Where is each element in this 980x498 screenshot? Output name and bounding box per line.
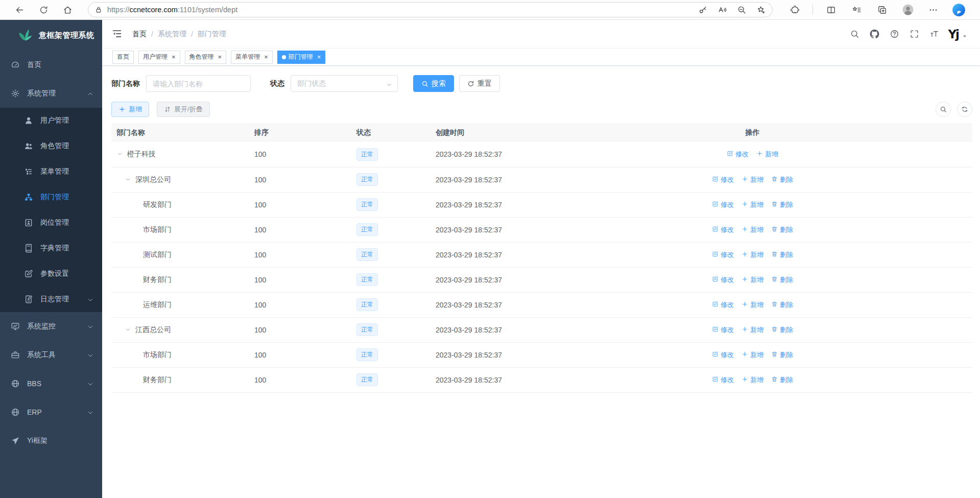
tree-expand-icon[interactable]	[125, 176, 132, 183]
reset-button[interactable]: 重置	[459, 75, 500, 92]
edit-row-button[interactable]: 修改	[712, 325, 734, 335]
sidebar-item-dept-management[interactable]: 部门管理	[0, 184, 102, 210]
delete-row-button[interactable]: 删除	[771, 325, 793, 335]
sidebar-collapse-icon[interactable]	[111, 28, 124, 40]
sidebar-item-erp[interactable]: ERP	[0, 398, 102, 426]
add-button[interactable]: 新增	[111, 102, 149, 117]
edit-row-button[interactable]: 修改	[727, 150, 749, 159]
font-size-icon[interactable]	[927, 28, 941, 41]
sidebar-item-dict-management[interactable]: 字典管理	[0, 235, 102, 261]
address-bar[interactable]: https://ccnetcore.com:1101/system/dept	[88, 2, 773, 17]
collections-icon[interactable]	[875, 2, 890, 17]
sidebar-item-log-management[interactable]: 日志管理	[0, 287, 102, 312]
fullscreen-icon[interactable]	[907, 28, 921, 41]
breadcrumb-item[interactable]: 首页	[132, 30, 147, 39]
sidebar-item-yi-framework[interactable]: Yi框架	[0, 426, 102, 455]
corner-logo[interactable]: Yj	[948, 28, 959, 41]
chevron-down-icon	[87, 381, 93, 387]
show-search-button[interactable]	[936, 102, 951, 117]
column-header: 排序	[249, 123, 351, 142]
tab-dept-management[interactable]: 部门管理×	[277, 51, 326, 64]
search-icon[interactable]	[848, 28, 861, 41]
close-icon[interactable]: ×	[218, 54, 222, 60]
edit-row-button[interactable]: 修改	[712, 175, 734, 184]
add-row-button[interactable]: 新增	[742, 300, 763, 310]
close-icon[interactable]: ×	[264, 54, 268, 60]
delete-row-button[interactable]: 删除	[771, 225, 793, 234]
tab-user-management[interactable]: 用户管理×	[138, 51, 180, 64]
delete-row-button[interactable]: 删除	[771, 300, 793, 310]
sidebar: 意框架管理系统 首页系统管理用户管理角色管理菜单管理部门管理岗位管理字典管理参数…	[0, 20, 102, 498]
row-operations: 修改新增删除	[712, 175, 793, 184]
add-row-button[interactable]: 新增	[742, 275, 763, 284]
add-row-button[interactable]: 新增	[742, 350, 763, 360]
tree-expand-icon[interactable]	[125, 326, 132, 334]
more-icon[interactable]	[926, 2, 941, 17]
edit-row-button[interactable]: 修改	[712, 200, 734, 209]
sidebar-item-param-settings[interactable]: 参数设置	[0, 261, 102, 287]
delete-row-button[interactable]: 删除	[771, 375, 793, 385]
favorite-add-icon[interactable]	[754, 3, 768, 17]
table-row: 深圳总公司100正常2023-03-29 18:52:37修改新增删除	[111, 167, 972, 192]
tree-expand-icon[interactable]	[116, 151, 124, 158]
add-row-button[interactable]: 新增	[742, 175, 763, 184]
back-icon[interactable]	[12, 2, 27, 17]
delete-row-button[interactable]: 删除	[771, 175, 793, 184]
tab-home[interactable]: 首页	[112, 51, 134, 64]
add-row-button[interactable]: 新增	[742, 200, 763, 209]
add-row-button[interactable]: 新增	[742, 375, 763, 385]
sidebar-item-home[interactable]: 首页	[0, 51, 102, 79]
split-screen-icon[interactable]	[823, 2, 839, 17]
close-icon[interactable]: ×	[172, 54, 176, 60]
edit-row-button[interactable]: 修改	[712, 250, 734, 259]
read-aloud-icon[interactable]	[715, 3, 729, 17]
profile-avatar-icon[interactable]	[900, 2, 916, 17]
key-icon[interactable]	[696, 3, 710, 17]
delete-row-button[interactable]: 删除	[771, 275, 793, 284]
add-row-button[interactable]: 新增	[742, 225, 763, 234]
delete-row-button[interactable]: 删除	[771, 350, 793, 360]
search-button[interactable]: 搜索	[413, 75, 454, 92]
sidebar-item-system-monitor[interactable]: 系统监控	[0, 312, 102, 341]
edit-row-button[interactable]: 修改	[712, 300, 734, 310]
help-icon[interactable]	[888, 28, 901, 41]
lock-icon	[94, 6, 103, 14]
edit-row-button[interactable]: 修改	[712, 350, 734, 360]
edit-row-button[interactable]: 修改	[712, 225, 734, 234]
sidebar-item-bbs[interactable]: BBS	[0, 369, 102, 398]
sort-arrows-icon	[164, 106, 171, 113]
bing-chat-icon[interactable]	[951, 2, 967, 17]
tab-label: 菜单管理	[235, 53, 260, 61]
extensions-icon[interactable]	[787, 2, 802, 17]
dept-name-cell: 研发部门	[116, 200, 249, 209]
zoom-out-icon[interactable]	[734, 3, 749, 17]
status-select[interactable]: 部门状态	[291, 75, 398, 92]
delete-row-button[interactable]: 删除	[771, 200, 793, 209]
close-icon[interactable]: ×	[317, 54, 321, 60]
refresh-table-button[interactable]	[957, 102, 972, 117]
dept-name-input[interactable]	[146, 75, 251, 92]
add-row-button[interactable]: 新增	[742, 325, 763, 335]
sidebar-item-role-management[interactable]: 角色管理	[0, 133, 102, 159]
refresh-icon[interactable]	[36, 2, 51, 17]
delete-row-button[interactable]: 删除	[771, 250, 793, 259]
edit-row-button[interactable]: 修改	[712, 375, 734, 385]
sidebar-item-user-management[interactable]: 用户管理	[0, 108, 102, 133]
github-icon[interactable]	[868, 28, 881, 41]
status-badge: 正常	[356, 273, 378, 286]
tab-role-management[interactable]: 角色管理×	[185, 51, 227, 64]
home-icon[interactable]	[60, 2, 75, 17]
chevron-down-icon[interactable]	[962, 32, 968, 41]
dashboard-icon	[11, 60, 20, 69]
sidebar-item-post-management[interactable]: 岗位管理	[0, 210, 102, 235]
sidebar-item-system-tools[interactable]: 系统工具	[0, 341, 102, 369]
edit-row-button[interactable]: 修改	[712, 275, 734, 284]
expand-collapse-button[interactable]: 展开/折叠	[157, 102, 210, 117]
favorites-bar-icon[interactable]	[849, 2, 864, 17]
row-operations: 修改新增删除	[712, 325, 793, 335]
tab-menu-management[interactable]: 菜单管理×	[231, 51, 273, 64]
sidebar-item-menu-management[interactable]: 菜单管理	[0, 159, 102, 184]
add-row-button[interactable]: 新增	[756, 150, 778, 159]
sidebar-item-system-management[interactable]: 系统管理	[0, 79, 102, 108]
add-row-button[interactable]: 新增	[742, 250, 763, 259]
